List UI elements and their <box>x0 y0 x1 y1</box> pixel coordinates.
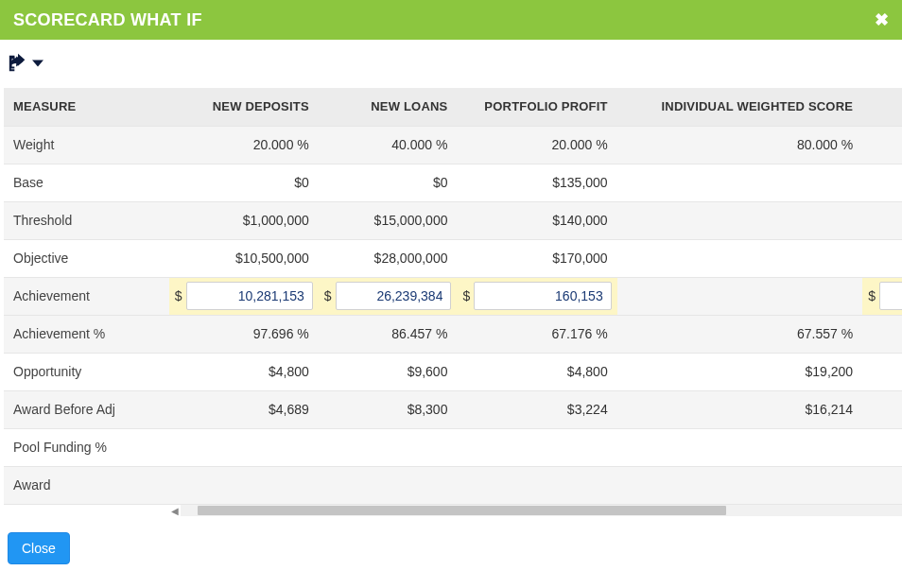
row-award-before-adj: Award Before Adj $4,689 $8,300 $3,224 $1… <box>4 390 902 428</box>
cell: 67.176 % <box>457 315 616 353</box>
column-header-row: MEASURE NEW DEPOSITS NEW LOANS PORTFOLIO… <box>4 88 902 126</box>
export-icon[interactable] <box>8 53 28 75</box>
row-pool-funding: Pool Funding % <box>4 428 902 466</box>
row-weight: Weight 20.000 % 40.000 % 20.000 % 80.000… <box>4 126 902 164</box>
modal-footer: Close <box>0 517 902 574</box>
scroll-thumb[interactable] <box>198 506 726 515</box>
col-individual-weighted-score[interactable]: INDIVIDUAL WEIGHTED SCORE <box>617 88 862 126</box>
cell <box>862 126 902 164</box>
row-label: Weight <box>4 126 169 164</box>
achievement-institution-fin-input[interactable] <box>879 282 902 310</box>
cell <box>169 466 319 504</box>
horizontal-scrollbar[interactable] <box>181 505 902 516</box>
row-label: Objective <box>4 239 169 277</box>
row-label: Achievement <box>4 277 169 315</box>
row-label: Opportunity <box>4 353 169 390</box>
cell <box>617 277 862 315</box>
cell: $19,200 <box>617 353 862 390</box>
cell <box>617 239 862 277</box>
cell <box>617 201 862 239</box>
row-label: Base <box>4 164 169 201</box>
cell <box>862 164 902 201</box>
cell: 86.457 % <box>319 315 458 353</box>
col-portfolio-profit[interactable]: PORTFOLIO PROFIT <box>457 88 616 126</box>
currency-prefix: $ <box>175 288 182 303</box>
col-new-deposits[interactable]: NEW DEPOSITS <box>169 88 319 126</box>
cell <box>862 466 902 504</box>
currency-prefix: $ <box>462 288 470 303</box>
currency-prefix: $ <box>868 288 876 303</box>
row-label: Achievement % <box>4 315 169 353</box>
cell <box>169 428 319 466</box>
row-opportunity: Opportunity $4,800 $9,600 $4,800 $19,200 <box>4 353 902 390</box>
achievement-new-loans-input[interactable] <box>336 282 452 310</box>
cell: $8,300 <box>319 390 458 428</box>
row-achievement-pct: Achievement % 97.696 % 86.457 % 67.176 %… <box>4 315 902 353</box>
cell: 80.000 % <box>617 126 862 164</box>
cell <box>617 164 862 201</box>
cell <box>617 466 862 504</box>
cell: $10,500,000 <box>169 239 319 277</box>
col-institution-fin[interactable]: INSTITUTION FIN <box>862 88 902 126</box>
col-new-loans[interactable]: NEW LOANS <box>319 88 458 126</box>
cell: 67.557 % <box>617 315 862 353</box>
scroll-left-arrow-icon[interactable]: ◀ <box>169 505 181 516</box>
row-achievement: Achievement $ $ $ <box>4 277 902 315</box>
cell: 20.000 % <box>457 126 616 164</box>
horizontal-scrollbar-row: ◀ ▶ <box>4 504 902 517</box>
cell: $16,214 <box>617 390 862 428</box>
row-threshold: Threshold $1,000,000 $15,000,000 $140,00… <box>4 201 902 239</box>
cell <box>457 466 616 504</box>
toolbar <box>0 40 902 88</box>
row-objective: Objective $10,500,000 $28,000,000 $170,0… <box>4 239 902 277</box>
cell <box>862 239 902 277</box>
cell: $4,800 <box>169 353 319 390</box>
achievement-new-deposits-input[interactable] <box>186 282 313 310</box>
cell: $3,224 <box>457 390 616 428</box>
row-base: Base $0 $0 $135,000 <box>4 164 902 201</box>
cell: $28,000,000 <box>319 239 458 277</box>
currency-prefix: $ <box>324 288 332 303</box>
cell: $9,600 <box>319 353 458 390</box>
col-measure[interactable]: MEASURE <box>4 88 169 126</box>
cell: 40.000 % <box>319 126 458 164</box>
cell <box>457 428 616 466</box>
cell: $4,689 <box>169 390 319 428</box>
scorecard-grid: MEASURE NEW DEPOSITS NEW LOANS PORTFOLIO… <box>0 88 902 517</box>
row-label: Award <box>4 466 169 504</box>
row-label: Threshold <box>4 201 169 239</box>
cell <box>617 428 862 466</box>
row-label: Award Before Adj <box>4 390 169 428</box>
cell: $1,000,000 <box>169 201 319 239</box>
cell <box>319 466 458 504</box>
modal-title: SCORECARD WHAT IF <box>13 10 202 30</box>
close-icon[interactable]: ✖ <box>875 9 889 30</box>
cell: $170,000 <box>457 239 616 277</box>
cell: $140,000 <box>457 201 616 239</box>
cell <box>862 201 902 239</box>
cell <box>862 390 902 428</box>
cell <box>319 428 458 466</box>
cell <box>862 428 902 466</box>
cell: 97.696 % <box>169 315 319 353</box>
cell <box>862 353 902 390</box>
close-button[interactable]: Close <box>8 532 70 564</box>
row-award: Award <box>4 466 902 504</box>
export-dropdown-caret[interactable] <box>32 57 43 72</box>
row-label: Pool Funding % <box>4 428 169 466</box>
cell: $0 <box>169 164 319 201</box>
cell: $4,800 <box>457 353 616 390</box>
modal-header: SCORECARD WHAT IF ✖ <box>0 0 902 40</box>
cell: $15,000,000 <box>319 201 458 239</box>
cell: $0 <box>319 164 458 201</box>
cell <box>862 315 902 353</box>
cell: 20.000 % <box>169 126 319 164</box>
cell: $135,000 <box>457 164 616 201</box>
achievement-portfolio-profit-input[interactable] <box>474 282 611 310</box>
